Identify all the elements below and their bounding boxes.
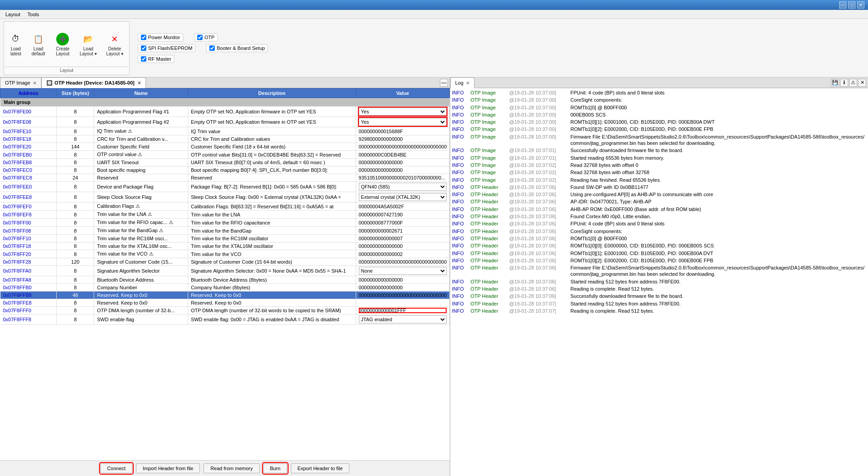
panel-minimize-btn[interactable]: — [440,79,448,87]
val-select-10[interactable]: External crystal (XTAL32K)RC oscillator [359,193,447,201]
cell-val[interactable]: YesNo [356,107,449,117]
val-input-16[interactable] [359,243,447,249]
cell-val[interactable] [356,143,449,151]
val-input-4[interactable] [359,144,447,149]
delete-layout-btn[interactable]: ✕ Delete Layout ▾ [102,31,127,58]
cell-size: 8 [57,159,94,166]
val-input-12[interactable] [359,212,447,217]
cell-val[interactable] [356,242,449,250]
cell-val[interactable]: YesNo [356,117,449,127]
cell-val[interactable] [356,276,449,284]
val-input-5[interactable] [359,152,447,157]
val-input-17[interactable] [359,251,447,257]
import-btn[interactable]: Import Header from file [136,463,200,473]
main-content: OTP Image ✕ 🔲 OTP Header [Device: DA1458… [0,77,868,476]
cell-val[interactable]: QFN40 (585)QFN48 (586) [356,182,449,192]
cell-val[interactable] [356,292,449,299]
val-input-2[interactable] [359,129,447,134]
cell-name: UART SIX Timeout [94,159,188,166]
connect-btn[interactable]: Connect [100,463,132,473]
cell-desc: SWD enable flag: 0x00 = JTAG is enabled … [188,314,356,325]
log-save-btn[interactable]: 💾 [831,79,839,87]
tab-otp-header[interactable]: 🔲 OTP Header [Device: DA14585-00] ✕ [41,77,146,88]
spi-flash-checkbox[interactable] [141,45,146,51]
cell-val[interactable] [356,258,449,266]
log-tab-close[interactable]: ✕ [466,81,470,85]
cell-val[interactable] [356,284,449,292]
val-input-20[interactable] [359,277,447,283]
power-monitor-checkbox[interactable] [141,35,146,40]
cell-val[interactable] [356,211,449,219]
export-btn[interactable]: Export Header to file [291,463,349,473]
val-input-22[interactable] [359,292,447,298]
val-select-1[interactable]: YesNo [359,118,447,126]
cell-desc: CRC for Trim and Calibration values [188,135,356,143]
val-input-3[interactable] [359,136,447,142]
nav-otp[interactable]: OTP [194,33,218,41]
table-row: 0x07F8FEC8 24 Reserved Reserved [0,174,450,182]
tab-otp-header-close[interactable]: ✕ [137,81,141,85]
booter-checkbox[interactable] [209,45,215,51]
cell-name: Application Programmed Flag #2 [94,117,188,127]
cell-val[interactable] [356,166,449,174]
val-input-15[interactable] [359,236,447,241]
cell-val[interactable] [356,307,449,314]
val-input-21[interactable] [359,285,447,290]
tab-otp-image-close[interactable]: ✕ [33,81,36,85]
val-input-14[interactable] [359,228,447,234]
val-input-6[interactable] [359,160,447,165]
load-layout-icon: 📂 [82,33,95,45]
val-input-18[interactable] [359,259,447,265]
val-select-9[interactable]: QFN40 (585)QFN48 (586) [359,183,447,191]
log-warn-btn[interactable]: ⚠ [849,79,857,87]
nav-booter[interactable]: Booter & Board Setup [206,44,268,52]
close-btn[interactable]: ✕ [857,1,864,9]
log-timestamp: @19-01-28 10:37:06] [509,228,568,234]
val-input-24[interactable] [359,308,447,313]
val-input-7[interactable] [359,167,447,173]
cell-val[interactable] [356,127,449,135]
cell-val[interactable] [356,174,449,182]
load-layout-btn[interactable]: 📂 Load Layout ▾ [77,31,100,58]
burn-btn[interactable]: Burn [263,463,287,473]
cell-val[interactable]: NoneMD5SHA-1 [356,266,449,276]
log-error-btn[interactable]: ✕ [858,79,866,87]
cell-val[interactable] [356,250,449,258]
load-default-btn[interactable]: 📋 Load default [27,31,49,58]
cell-val[interactable] [356,135,449,143]
cell-val[interactable] [356,151,449,159]
log-tab[interactable]: Log ✕ [450,77,475,88]
maximize-btn[interactable]: □ [848,1,855,9]
cell-val[interactable] [356,299,449,307]
cell-val[interactable] [356,202,449,211]
cell-val[interactable] [356,219,449,227]
cell-size: 8 [57,182,94,192]
val-select-25[interactable]: JTAG enabledJTAG disabled [359,315,447,323]
menu-layout[interactable]: Layout [2,11,24,18]
create-layout-btn[interactable]: ➕ Create Layout [51,31,75,58]
cell-val[interactable]: JTAG enabledJTAG disabled [356,314,449,325]
rf-master-checkbox[interactable] [141,56,146,62]
load-latest-btn[interactable]: ⏱ Load latest [6,31,26,58]
cell-val[interactable] [356,159,449,166]
cell-val[interactable] [356,235,449,242]
cell-val[interactable]: External crystal (XTAL32K)RC oscillator [356,192,449,202]
read-btn[interactable]: Read from memory [203,463,259,473]
val-input-11[interactable] [359,204,447,209]
val-select-0[interactable]: YesNo [359,108,447,116]
val-select-19[interactable]: NoneMD5SHA-1 [359,267,447,275]
nav-spi-flash[interactable]: SPI Flash/EEPROM [138,44,195,52]
val-input-8[interactable] [359,175,447,180]
menu-tools[interactable]: Tools [24,11,43,18]
nav-rf-master[interactable]: RF Master [138,55,174,63]
val-input-13[interactable] [359,220,447,225]
log-info-btn[interactable]: ℹ [840,79,848,87]
val-input-23[interactable] [359,300,447,305]
cell-size: 8 [57,192,94,202]
cell-val[interactable] [356,227,449,235]
log-source: OTP Header [470,206,506,212]
otp-checkbox[interactable] [197,35,203,40]
tab-otp-image[interactable]: OTP Image ✕ [0,77,41,88]
minimize-btn[interactable]: — [839,1,846,9]
nav-power-monitor[interactable]: Power Monitor [138,33,183,41]
